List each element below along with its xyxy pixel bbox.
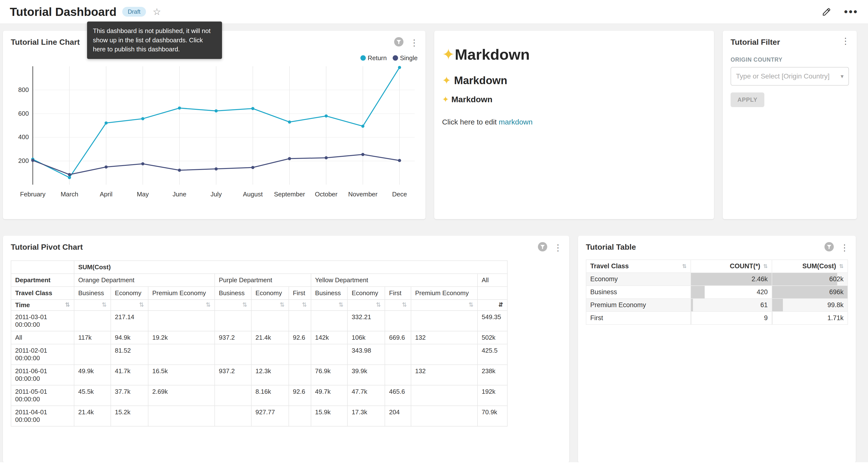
edit-pencil-icon[interactable] [822, 7, 831, 17]
sort-icon[interactable]: ⇅ [376, 301, 381, 308]
pivot-cell: 49.9k [74, 365, 111, 385]
kebab-menu-icon[interactable]: ⋮ [840, 37, 851, 46]
x-tick-label: Dece [392, 190, 407, 198]
data-point[interactable] [251, 166, 254, 169]
sort-icon[interactable]: ⇅ [206, 301, 211, 308]
data-point[interactable] [68, 173, 71, 176]
kebab-menu-icon[interactable]: ⋮ [409, 38, 420, 47]
table-row[interactable]: Economy2.46k602k [586, 273, 848, 286]
column-header-sum-cost[interactable]: SUM(Cost)⇅ [772, 260, 848, 273]
data-point[interactable] [398, 66, 401, 69]
legend-dot [361, 55, 366, 61]
data-point[interactable] [398, 159, 401, 162]
pivot-row-label: 2011-05-01 00:00:00 [11, 385, 74, 406]
pivot-cell: 94.9k [111, 331, 148, 344]
sort-icon[interactable]: ⇅ [280, 301, 285, 308]
legend-item-return[interactable]: Return [361, 54, 387, 62]
pivot-corner-cell [11, 261, 74, 274]
pivot-cell: 76.9k [311, 365, 348, 385]
filter-indicator-icon[interactable] [394, 37, 404, 49]
x-tick-label: May [137, 190, 149, 198]
column-header-count[interactable]: COUNT(*)⇅ [691, 260, 772, 273]
data-point[interactable] [31, 159, 34, 162]
data-point[interactable] [251, 107, 254, 110]
data-point[interactable] [215, 167, 218, 171]
favorite-star-icon[interactable]: ☆ [153, 6, 161, 17]
card-tutorial-filter: Tutorial Filter ⋮ ORIGIN COUNTRY Type or… [723, 31, 857, 219]
pivot-cell [215, 311, 251, 331]
data-point[interactable] [105, 165, 108, 169]
pivot-cell: 132 [411, 331, 477, 344]
pivot-cell: 502k [477, 331, 507, 344]
data-point[interactable] [178, 107, 181, 110]
sort-icon[interactable]: ⇅ [65, 301, 70, 308]
kebab-menu-icon[interactable]: ⋮ [839, 243, 850, 252]
legend-dot [393, 55, 398, 61]
pivot-cell: 204 [385, 406, 411, 426]
data-point[interactable] [215, 109, 218, 113]
table-row[interactable]: First91.71k [586, 312, 848, 325]
data-point[interactable] [178, 169, 181, 172]
pivot-cell: 81.52 [111, 344, 148, 365]
more-menu-icon[interactable]: ••• [844, 9, 858, 14]
dashboard-grid: Tutorial Line Chart ⋮ ReturnSingle Febru… [0, 24, 868, 463]
pivot-table-container: SUM(Cost)DepartmentOrange DepartmentPurp… [11, 261, 561, 426]
apply-button[interactable]: APPLY [731, 92, 764, 107]
sort-icon[interactable]: ⇅ [242, 301, 247, 308]
pivot-metric-header: SUM(Cost) [74, 261, 507, 274]
table-cell-sum: 602k [772, 273, 848, 286]
pivot-sort-cell: ⇅ [74, 300, 111, 311]
sort-caret-icon[interactable]: ⇅ [763, 263, 768, 269]
markdown-heading-text: Markdown [452, 95, 492, 104]
data-point[interactable] [288, 121, 291, 124]
sort-icon[interactable]: ⇅ [302, 301, 307, 308]
sort-icon[interactable]: ⇵ [498, 301, 503, 308]
y-tick-label: 800 [18, 86, 29, 93]
markdown-edit-link[interactable]: markdown [499, 118, 532, 126]
markdown-headings: ✦Markdown✦ Markdown✦ Markdown [442, 46, 706, 104]
data-point[interactable] [68, 176, 71, 179]
data-point[interactable] [325, 114, 328, 118]
sort-caret-icon[interactable]: ⇅ [682, 263, 687, 269]
filter-indicator-icon[interactable] [537, 242, 548, 254]
data-point[interactable] [141, 162, 145, 165]
filter-card-title: Tutorial Filter [731, 38, 849, 47]
data-point[interactable] [105, 121, 108, 124]
pivot-cell: 15.9k [311, 406, 348, 426]
pivot-cell: 41.7k [111, 365, 148, 385]
pivot-row-label: 2011-04-01 00:00:00 [11, 406, 74, 426]
pivot-card-title: Tutorial Pivot Chart [11, 243, 561, 252]
pivot-cell: 669.6 [385, 331, 411, 344]
legend-item-single[interactable]: Single [393, 54, 417, 62]
pivot-subcol-header: First [289, 287, 311, 300]
line-chart-svg: FebruaryMarchAprilMayJuneJulyAugustSepte… [11, 62, 417, 205]
pivot-subcol-header: Economy [251, 287, 289, 300]
draft-badge[interactable]: Draft [122, 7, 146, 17]
data-point[interactable] [288, 157, 291, 160]
table-row[interactable]: Premium Economy6199.8k [586, 299, 848, 312]
sort-icon[interactable]: ⇅ [102, 301, 106, 308]
origin-country-select[interactable]: Type or Select [Origin Country] ▾ [731, 67, 849, 86]
pivot-row-label: 2011-02-01 00:00:00 [11, 344, 74, 365]
table-row[interactable]: Business420696k [586, 286, 848, 299]
markdown-heading-h3: ✦ Markdown [442, 94, 706, 104]
data-point[interactable] [141, 117, 145, 120]
sort-icon[interactable]: ⇅ [402, 301, 407, 308]
data-point[interactable] [361, 153, 365, 156]
table-cell-count: 2.46k [691, 273, 772, 286]
pivot-col-dim-label: Department [11, 274, 74, 287]
pivot-row: 2011-04-01 00:00:0021.4k15.2k927.7715.9k… [11, 406, 507, 426]
sort-icon[interactable]: ⇅ [338, 301, 343, 308]
y-tick-label: 600 [18, 110, 29, 117]
pivot-cell: 21.4k [74, 406, 111, 426]
markdown-heading-text: Markdown [455, 46, 530, 63]
data-point[interactable] [361, 125, 365, 128]
sort-icon[interactable]: ⇅ [468, 301, 473, 308]
pivot-cell: 927.77 [251, 406, 289, 426]
data-point[interactable] [325, 156, 328, 159]
sort-caret-icon[interactable]: ⇅ [839, 263, 843, 269]
sort-icon[interactable]: ⇅ [139, 301, 144, 308]
filter-indicator-icon[interactable] [824, 242, 834, 254]
column-header-travel-class[interactable]: Travel Class⇅ [586, 260, 691, 273]
kebab-menu-icon[interactable]: ⋮ [553, 243, 563, 252]
